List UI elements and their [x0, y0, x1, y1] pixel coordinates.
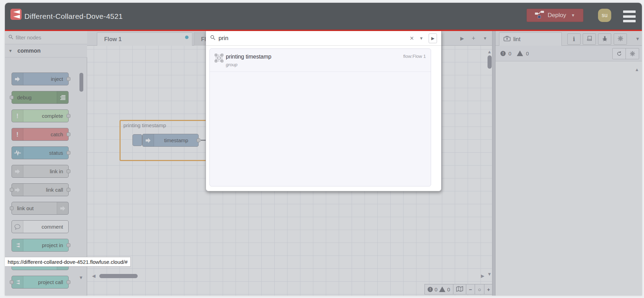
- lint-refresh-button[interactable]: [613, 48, 626, 59]
- scroll-up-icon[interactable]: ▲: [487, 49, 492, 54]
- lint-settings-button[interactable]: [626, 48, 639, 59]
- navigator-button[interactable]: [453, 284, 466, 295]
- sidebar-resize-handle[interactable]: [492, 31, 496, 296]
- palette-node-link-in[interactable]: link in: [12, 165, 69, 178]
- palette-node-label: inject: [23, 73, 68, 85]
- gear-icon: [618, 36, 623, 43]
- horizontal-scrollbar[interactable]: [99, 274, 138, 278]
- map-icon: [456, 286, 463, 293]
- bug-icon: [602, 36, 608, 43]
- deploy-button-label: Deploy: [548, 12, 566, 19]
- search-input[interactable]: prin ✕ ▼ ▶: [206, 31, 441, 46]
- bang-icon: !: [12, 110, 23, 122]
- search-result-type: group: [226, 62, 426, 67]
- node-palette: filter nodes ▼ common injectdebug!comple…: [5, 31, 87, 296]
- palette-node-project-in[interactable]: project in: [12, 239, 69, 252]
- search-result-row[interactable]: printing timestamp flow:Flow 1 group: [210, 49, 431, 72]
- palette-scrollbar[interactable]: [79, 73, 83, 92]
- palette-node-inject[interactable]: inject: [12, 72, 69, 85]
- scroll-down-icon[interactable]: ▼: [487, 272, 492, 277]
- help-tab-button[interactable]: [583, 33, 596, 45]
- user-avatar[interactable]: su: [598, 9, 611, 22]
- bang-icon: !: [12, 128, 23, 140]
- sidebar-tab-lint[interactable]: lint: [499, 32, 562, 46]
- palette-node-project-call[interactable]: project call: [12, 276, 69, 289]
- palette-node-link-out[interactable]: link out: [12, 202, 69, 215]
- palette-node-comment[interactable]: comment: [12, 220, 69, 233]
- inject-node-label: timestamp: [154, 134, 198, 146]
- node-group-label: printing timestamp: [123, 122, 166, 128]
- arrow-faint-icon: [12, 165, 23, 177]
- inject-icon: [143, 134, 154, 146]
- tab-flow-1[interactable]: Flow 1: [97, 32, 192, 46]
- canvas-footer: ! 0 0 − ○ +: [424, 284, 493, 295]
- input-port: [10, 188, 14, 192]
- output-port: [67, 169, 70, 173]
- info-tab-button[interactable]: i: [567, 33, 581, 45]
- output-port: [67, 77, 70, 81]
- palette-filter-input[interactable]: filter nodes: [5, 31, 87, 44]
- output-port: [67, 151, 70, 155]
- debug-tab-button[interactable]: [598, 33, 611, 45]
- input-port: [10, 280, 14, 284]
- canvas-warning-count: 0: [447, 286, 450, 292]
- output-port: [67, 243, 70, 247]
- group-icon: [215, 54, 223, 64]
- tab-list-dropdown-icon[interactable]: ▼: [483, 36, 487, 41]
- comment-icon: [12, 221, 23, 233]
- palette-node-complete[interactable]: !complete: [12, 109, 69, 122]
- arrow-icon: [12, 73, 23, 85]
- lint-sidebar-content: ▲: [496, 61, 642, 296]
- palette-node-label: debug: [12, 91, 57, 104]
- palette-node-label: link in: [23, 165, 68, 177]
- palette-node-label: complete: [23, 110, 68, 122]
- header: Different-Collared-Dove-4521 Deploy ▼ su: [5, 3, 642, 31]
- lint-warning-icon: [517, 51, 523, 56]
- tab-search-icon[interactable]: ▶: [460, 36, 464, 41]
- info-icon: i: [573, 36, 575, 43]
- search-options-icon[interactable]: ▼: [419, 36, 423, 41]
- palette-node-link-call[interactable]: link call: [12, 183, 69, 196]
- output-port: [67, 188, 70, 192]
- palette-node-catch[interactable]: !catch: [12, 128, 69, 141]
- deploy-button[interactable]: Deploy ▼: [527, 9, 583, 22]
- search-next-button[interactable]: ▶: [429, 33, 437, 43]
- input-port: [10, 95, 14, 99]
- palette-node-status[interactable]: status: [12, 146, 69, 159]
- sidebar-menu-icon[interactable]: ▼: [635, 36, 640, 41]
- palette-node-debug[interactable]: debug: [12, 91, 69, 104]
- palette-node-label: comment: [23, 221, 68, 233]
- flowfuse-logo-icon: [10, 9, 22, 20]
- search-dialog: prin ✕ ▼ ▶ printing timestamp flow:Flow …: [206, 31, 442, 191]
- main-menu-button[interactable]: [623, 10, 636, 23]
- palette-category-common[interactable]: ▼ common: [5, 44, 87, 58]
- lint-kit-icon: [504, 36, 511, 43]
- chevron-down-icon: ▼: [8, 48, 13, 53]
- vertical-scrollbar[interactable]: [488, 55, 492, 69]
- deploy-dropdown-icon[interactable]: ▼: [571, 13, 575, 18]
- unsaved-changes-dot: [185, 36, 189, 39]
- clear-search-icon[interactable]: ✕: [410, 35, 414, 41]
- ff-icon: [12, 239, 23, 251]
- output-port: [67, 114, 70, 118]
- add-flow-button[interactable]: +: [472, 35, 476, 42]
- lint-error-count: 0: [508, 51, 511, 56]
- canvas-issue-counts[interactable]: ! 0 0: [424, 284, 453, 295]
- inject-node-timestamp[interactable]: timestamp: [142, 134, 199, 147]
- output-port[interactable]: [197, 138, 200, 142]
- zoom-reset-button[interactable]: ○: [475, 284, 484, 295]
- inject-trigger-button[interactable]: [132, 134, 142, 146]
- deploy-icon: [535, 11, 544, 20]
- scroll-left-icon[interactable]: ◀: [92, 273, 95, 278]
- search-results-panel: printing timestamp flow:Flow 1 group: [209, 48, 431, 186]
- config-tab-button[interactable]: [614, 33, 627, 45]
- book-icon: [586, 36, 592, 43]
- error-count-icon: !: [428, 287, 433, 292]
- palette-scroll-down-icon[interactable]: ▼: [79, 275, 83, 280]
- palette-filter-placeholder: filter nodes: [16, 35, 41, 40]
- zoom-out-button[interactable]: −: [466, 284, 475, 295]
- sidebar-scroll-up-icon[interactable]: ▲: [635, 67, 639, 72]
- palette-category-label: common: [17, 48, 41, 54]
- scroll-right-icon[interactable]: ▶: [481, 273, 484, 278]
- pulse-icon: [12, 147, 23, 159]
